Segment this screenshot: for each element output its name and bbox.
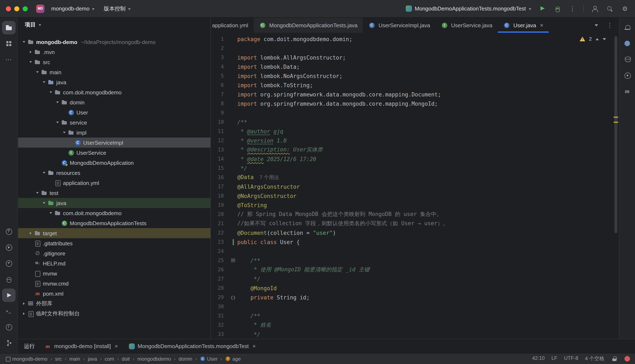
tree-item-.gitignore[interactable]: .gitignore bbox=[18, 248, 210, 258]
help-tool-button[interactable] bbox=[2, 225, 15, 238]
tree-item-src[interactable]: src bbox=[18, 57, 210, 67]
tree-item-main[interactable]: main bbox=[18, 67, 210, 77]
tree-item-mongodb-demo[interactable]: mongodb-demo~/IdeaProjects/mongodb-demo bbox=[18, 37, 210, 47]
tab-close-icon[interactable]: × bbox=[540, 22, 543, 28]
zoom-window-button[interactable] bbox=[23, 6, 28, 11]
tree-item-临时文件和控制台[interactable]: 临时文件和控制台 bbox=[18, 309, 210, 319]
tree-item-impl[interactable]: impl bbox=[18, 128, 210, 138]
terminal-tool-button[interactable] bbox=[2, 304, 15, 318]
chevron-right-icon[interactable] bbox=[27, 232, 34, 234]
vcs-menu[interactable]: 版本控制 bbox=[101, 3, 133, 14]
chevron-down-icon[interactable] bbox=[61, 132, 68, 133]
database-tool-button[interactable] bbox=[620, 53, 634, 66]
tree-item-com.doit.mongodbdemo[interactable]: com.doit.mongodbdemo bbox=[18, 87, 210, 97]
hidden-tabs-button[interactable] bbox=[593, 22, 600, 29]
braces-gutter-icon[interactable]: {} bbox=[229, 295, 237, 300]
version-control-tool-button[interactable] bbox=[2, 336, 15, 350]
debug-tool-tool-button[interactable] bbox=[2, 272, 15, 286]
lock-icon[interactable] bbox=[611, 356, 618, 362]
code-editor[interactable]: 1package com.doit.mongodbdemo.domin;23im… bbox=[211, 33, 619, 339]
editor-tab-MongodbDemoApplicationTests.java[interactable]: MongodbDemoApplicationTests.java bbox=[254, 18, 363, 33]
editor-tab-application.yml[interactable]: application.yml bbox=[211, 18, 254, 33]
ai-assistant-tool-button[interactable] bbox=[620, 37, 634, 50]
editor-tab-UserService.java[interactable]: UserService.java bbox=[436, 18, 498, 33]
inspections-widget[interactable]: 2 bbox=[580, 36, 606, 42]
breadcrumb-age[interactable]: age bbox=[225, 356, 241, 362]
problems-tool-button[interactable] bbox=[2, 320, 15, 334]
tree-item-UserService[interactable]: UserService bbox=[18, 148, 210, 158]
run-config-selector[interactable]: MongodbDemoApplicationTests.mongodbTest bbox=[405, 6, 531, 12]
chevron-right-icon[interactable] bbox=[27, 51, 34, 53]
breadcrumb-domin[interactable]: domin bbox=[178, 356, 192, 362]
tree-item-MongodbDemoApplication[interactable]: MongodbDemoApplication bbox=[18, 158, 210, 168]
next-problem-button[interactable] bbox=[603, 38, 606, 40]
chevron-down-icon[interactable] bbox=[41, 202, 48, 204]
tree-item-mvnw[interactable]: mvnw bbox=[18, 268, 210, 278]
tab-options-button[interactable] bbox=[606, 22, 613, 29]
chevron-down-icon[interactable] bbox=[48, 212, 54, 214]
editor-tab-User.java[interactable]: User.java× bbox=[498, 18, 549, 33]
tree-item-UserServiceImpl[interactable]: UserServiceImpl bbox=[18, 138, 210, 148]
editor-scrollbar[interactable] bbox=[614, 36, 617, 233]
warning-stripe-mark[interactable] bbox=[613, 122, 618, 123]
tree-item-MongodbDemoApplicationTests[interactable]: MongodbDemoApplicationTests bbox=[18, 218, 210, 228]
doc-gutter-icon[interactable] bbox=[229, 259, 237, 262]
search-button[interactable] bbox=[606, 4, 614, 13]
project-menu[interactable]: mongodb-demo bbox=[49, 4, 97, 14]
maven-tool-button[interactable] bbox=[620, 85, 634, 98]
tree-item-外部库[interactable]: 外部库 bbox=[18, 298, 210, 309]
close-window-button[interactable] bbox=[6, 6, 11, 11]
tree-item-java[interactable]: java bbox=[18, 198, 210, 208]
tree-item-domin[interactable]: domin bbox=[18, 97, 210, 107]
tree-item-mvnw.cmd[interactable]: mvnw.cmd bbox=[18, 278, 210, 288]
chevron-down-icon[interactable] bbox=[34, 71, 41, 73]
chevron-down-icon[interactable] bbox=[34, 192, 41, 194]
tree-item-.mvn[interactable]: .mvn bbox=[18, 47, 210, 57]
tree-item-java[interactable]: java bbox=[18, 77, 210, 87]
chevron-down-icon[interactable] bbox=[54, 102, 61, 103]
tree-item-com.doit.mongodbdemo[interactable]: com.doit.mongodbdemo bbox=[18, 208, 210, 218]
tree-item-target[interactable]: target bbox=[18, 228, 210, 238]
notifications-tool-button[interactable] bbox=[620, 21, 634, 34]
run-tool-tool-button[interactable] bbox=[2, 288, 15, 302]
tree-item-.gitattributes[interactable]: .gitattributes bbox=[18, 238, 210, 248]
chevron-down-icon[interactable] bbox=[54, 122, 61, 123]
run-button[interactable] bbox=[538, 4, 546, 13]
chevron-down-icon[interactable] bbox=[41, 172, 48, 174]
prev-problem-button[interactable] bbox=[595, 38, 599, 40]
vcs-gutter-icon[interactable] bbox=[229, 239, 237, 245]
error-indicator-icon[interactable] bbox=[624, 356, 630, 362]
status-line-separator[interactable]: LF bbox=[551, 355, 557, 362]
chevron-down-icon[interactable] bbox=[21, 41, 27, 43]
run-anything-tool-button[interactable] bbox=[2, 241, 15, 254]
chevron-right-icon[interactable] bbox=[21, 312, 27, 315]
breadcrumb-com[interactable]: com bbox=[105, 356, 114, 362]
tree-item-application.yml[interactable]: application.yml bbox=[18, 178, 210, 188]
minimize-window-button[interactable] bbox=[14, 6, 19, 11]
status-indent[interactable]: 4 个空格 bbox=[585, 355, 604, 362]
chevron-down-icon[interactable] bbox=[48, 92, 54, 93]
add-user-button[interactable] bbox=[590, 4, 599, 13]
breadcrumb-main[interactable]: main bbox=[69, 356, 80, 362]
run-tab-MongodbDemoApplicationTests.mongodbTest[interactable]: MongodbDemoApplicationTests.mongodbTest× bbox=[129, 343, 256, 349]
tree-item-test[interactable]: test bbox=[18, 188, 210, 198]
breadcrumb-java[interactable]: java bbox=[88, 356, 97, 362]
more-actions-button[interactable] bbox=[568, 4, 577, 13]
breadcrumb-User[interactable]: User bbox=[200, 356, 218, 362]
editor-tab-UserServiceImpl.java[interactable]: UserServiceImpl.java bbox=[363, 18, 436, 33]
breadcrumb-mongodb-demo[interactable]: mongodb-demo bbox=[5, 356, 48, 362]
debug-button[interactable] bbox=[553, 4, 561, 13]
structure-tool-button[interactable] bbox=[2, 37, 15, 50]
project-panel-header[interactable]: 项目 bbox=[18, 18, 210, 32]
tree-item-resources[interactable]: resources bbox=[18, 168, 210, 178]
status-caret-position[interactable]: 42:10 bbox=[532, 355, 545, 362]
tab-close-icon[interactable]: × bbox=[252, 343, 256, 349]
endpoints-tool-button[interactable] bbox=[620, 69, 634, 82]
tree-item-service[interactable]: service bbox=[18, 118, 210, 128]
chevron-down-icon[interactable] bbox=[41, 81, 48, 83]
tree-item-HELP.md[interactable]: HELP.md bbox=[18, 258, 210, 268]
warning-stripe-mark[interactable] bbox=[613, 116, 618, 118]
tree-item-pom.xml[interactable]: pom.xml bbox=[18, 288, 210, 298]
breadcrumb-src[interactable]: src bbox=[55, 356, 62, 362]
project-tool-button[interactable] bbox=[2, 21, 15, 34]
